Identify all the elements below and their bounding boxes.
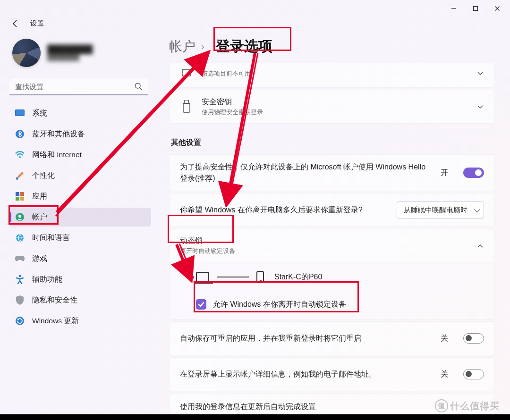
toggle-state-label: 关 xyxy=(441,370,448,379)
row-text: 你希望 Windows 在你离开电脑多久后要求你重新登录? xyxy=(180,205,388,215)
main-content: 帐户 › 登录选项 该选项目前不可用 安全密钥 使用物理安全密钥登录 xyxy=(156,33,510,420)
brush-icon xyxy=(15,171,25,180)
sidebar-item-label: 游戏 xyxy=(32,254,47,264)
sidebar-item-personalization[interactable]: 个性化 xyxy=(8,166,151,185)
header-row: 设置 xyxy=(0,17,510,33)
hello-only-row: 为了提高安全性，仅允许对此设备上的 Microsoft 帐户使用 Windows… xyxy=(169,154,495,191)
sidebar-item-time-language[interactable]: 时间和语言 xyxy=(8,228,151,247)
sidebar: ████████ ████████ 系统 蓝牙和其他设备 网络和 Interne… xyxy=(0,33,156,420)
sidebar-item-update[interactable]: Windows 更新 xyxy=(8,311,151,330)
sidebar-item-gaming[interactable]: 游戏 xyxy=(8,249,151,268)
person-icon xyxy=(15,212,25,222)
toggle-state-label: 关 xyxy=(441,334,448,344)
chevron-up-icon xyxy=(476,242,484,250)
avatar xyxy=(12,39,41,67)
card-subtitle: 使用物理安全密钥登录 xyxy=(202,108,468,117)
svg-point-18 xyxy=(19,275,21,277)
card-subtitle: 该选项目前不可用 xyxy=(202,69,468,78)
sidebar-item-label: 隐私和安全性 xyxy=(32,295,77,305)
svg-point-19 xyxy=(16,317,24,325)
sidebar-item-bluetooth[interactable]: 蓝牙和其他设备 xyxy=(8,125,151,143)
hello-only-toggle[interactable] xyxy=(463,168,484,178)
usb-key-icon xyxy=(180,100,193,113)
dynamic-lock-sub: 离开时自动锁定设备 xyxy=(180,247,468,255)
profile-text: ████████ ████████ xyxy=(47,45,93,61)
svg-rect-12 xyxy=(20,192,24,196)
relogin-dropdown[interactable]: 从睡眠中唤醒电脑时 xyxy=(397,202,484,219)
row-text: 自动保存可重启的应用，并在我重新登录时将它们重启 xyxy=(180,334,432,344)
svg-line-5 xyxy=(140,88,142,90)
shield-icon xyxy=(15,295,25,305)
show-details-toggle[interactable] xyxy=(463,369,484,379)
row-text: 在登录屏幕上显示帐户详细信息，例如我的电子邮件地址。 xyxy=(180,370,432,379)
search-input[interactable] xyxy=(9,78,148,95)
sidebar-item-apps[interactable]: 应用 xyxy=(8,187,151,206)
svg-rect-1 xyxy=(474,7,478,11)
breadcrumb-parent[interactable]: 帐户 xyxy=(169,38,196,56)
phone-icon xyxy=(256,271,264,283)
chevron-down-icon xyxy=(476,69,484,77)
sidebar-item-label: 个性化 xyxy=(32,171,55,181)
sidebar-item-network[interactable]: 网络和 Internet xyxy=(8,145,151,164)
svg-rect-13 xyxy=(16,197,19,201)
auto-restart-toggle[interactable] xyxy=(463,333,484,344)
sidebar-item-accounts[interactable]: 帐户 xyxy=(8,208,151,227)
section-other-settings: 其他设置 xyxy=(171,138,495,148)
sidebar-item-label: Windows 更新 xyxy=(32,316,79,326)
svg-rect-21 xyxy=(185,100,188,103)
svg-rect-7 xyxy=(16,110,24,116)
sidebar-item-label: 时间和语言 xyxy=(32,233,70,243)
sidebar-item-privacy[interactable]: 隐私和安全性 xyxy=(8,291,151,310)
close-button[interactable] xyxy=(486,1,508,16)
placeholder-icon xyxy=(180,68,193,78)
accessibility-icon xyxy=(15,275,25,284)
relogin-row: 你希望 Windows 在你离开电脑多久后要求你重新登录? 从睡眠中唤醒电脑时 xyxy=(169,193,495,227)
sidebar-item-label: 帐户 xyxy=(32,212,47,222)
wifi-icon xyxy=(15,150,25,160)
paired-device-name: StarK-C的P60 xyxy=(274,272,322,282)
svg-point-4 xyxy=(135,83,140,88)
option-unavailable-card[interactable]: 该选项目前不可用 xyxy=(169,63,495,88)
sidebar-item-label: 应用 xyxy=(32,192,47,202)
laptop-icon xyxy=(196,272,209,282)
svg-rect-14 xyxy=(20,197,24,201)
svg-rect-11 xyxy=(16,192,19,196)
svg-point-16 xyxy=(18,215,21,218)
link-line-icon xyxy=(217,277,249,277)
sidebar-item-label: 蓝牙和其他设备 xyxy=(32,129,85,139)
apps-icon xyxy=(15,192,25,201)
system-icon xyxy=(15,109,25,118)
chevron-right-icon: › xyxy=(201,41,204,52)
dynamic-lock-title: 动态锁 xyxy=(180,236,468,246)
sidebar-item-accessibility[interactable]: 辅助功能 xyxy=(8,270,151,289)
update-icon xyxy=(15,316,25,326)
minimize-button[interactable] xyxy=(443,1,465,16)
search-icon xyxy=(134,82,143,91)
breadcrumb: 帐户 › 登录选项 xyxy=(169,33,495,57)
bluetooth-icon xyxy=(15,129,25,139)
sidebar-item-label: 辅助功能 xyxy=(32,275,62,285)
svg-point-10 xyxy=(16,177,18,180)
toggle-state-label: 开 xyxy=(441,168,448,178)
checkbox-label: 允许 Windows 在你离开时自动锁定设备 xyxy=(213,300,346,310)
svg-rect-20 xyxy=(182,69,191,76)
sidebar-item-system[interactable]: 系统 xyxy=(8,104,151,123)
window-title: 设置 xyxy=(30,19,44,28)
titlebar xyxy=(0,0,510,17)
sidebar-item-label: 网络和 Internet xyxy=(32,150,82,160)
security-key-card[interactable]: 安全密钥 使用物理安全密钥登录 xyxy=(169,90,495,124)
show-details-row: 在登录屏幕上显示帐户详细信息，例如我的电子邮件地址。 关 xyxy=(169,357,495,391)
dynamic-lock-checkbox[interactable] xyxy=(196,299,206,310)
row-text: 为了提高安全性，仅允许对此设备上的 Microsoft 帐户使用 Windows… xyxy=(180,161,432,184)
dynamic-lock-body: StarK-C的P60 允许 Windows 在你离开时自动锁定设备 xyxy=(169,262,495,319)
watermark: 值 什么值得买 xyxy=(435,399,500,412)
maximize-button[interactable] xyxy=(465,1,486,16)
dynamic-lock-header[interactable]: 动态锁 离开时自动锁定设备 xyxy=(169,229,495,262)
back-button[interactable] xyxy=(9,18,21,29)
svg-rect-22 xyxy=(183,103,190,112)
profile-block[interactable]: ████████ ████████ xyxy=(8,35,151,76)
chevron-down-icon xyxy=(476,103,484,110)
svg-point-9 xyxy=(19,156,21,158)
auto-restart-row: 自动保存可重启的应用，并在我重新登录时将它们重启 关 xyxy=(169,321,495,355)
sidebar-item-label: 系统 xyxy=(32,109,47,118)
